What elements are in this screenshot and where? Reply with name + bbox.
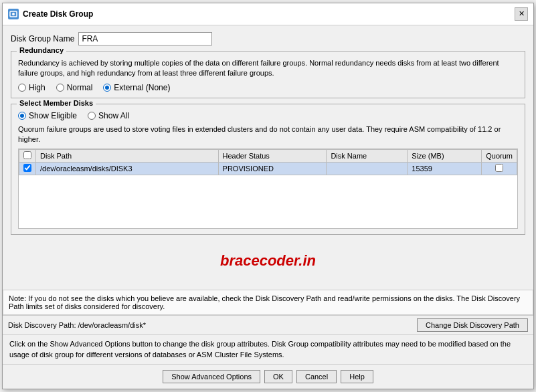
- high-label: High: [29, 83, 46, 92]
- disk-group-name-row: Disk Group Name: [11, 32, 525, 45]
- main-content: Disk Group Name Redundancy Redundancy is…: [3, 25, 533, 290]
- show-options-group: Show Eligible Show All: [18, 111, 518, 120]
- row-checkbox[interactable]: [23, 164, 31, 172]
- header-disk-name: Disk Name: [327, 150, 408, 163]
- row-checkbox-cell[interactable]: [19, 163, 36, 175]
- member-disks-title: Select Member Disks: [17, 99, 96, 107]
- normal-label: Normal: [67, 83, 93, 92]
- discovery-path-row: Disk Discovery Path: /dev/oracleasm/disk…: [3, 315, 533, 334]
- row-quorum-cell[interactable]: [482, 163, 517, 175]
- disk-group-name-input[interactable]: [78, 32, 212, 45]
- redundancy-radio-group: High Normal External (None): [18, 83, 518, 92]
- row-header-status: PROVISIONED: [218, 163, 327, 175]
- header-size-mb: Size (MB): [408, 150, 482, 163]
- redundancy-title: Redundancy: [17, 46, 66, 54]
- show-eligible-radio[interactable]: [18, 112, 26, 120]
- dialog-title: Create Disk Group: [23, 9, 93, 19]
- discovery-path-label: Disk Discovery Path: /dev/oracleasm/disk…: [8, 321, 146, 329]
- high-radio-btn[interactable]: [18, 84, 26, 92]
- row-size-mb: 15359: [408, 163, 482, 175]
- header-checkbox-col: [19, 150, 36, 163]
- ok-button[interactable]: OK: [264, 370, 292, 383]
- watermark: bracecoder.in: [11, 239, 525, 283]
- row-disk-name: [327, 163, 408, 175]
- header-quorum: Quorum: [482, 150, 517, 163]
- show-eligible-label: Show Eligible: [29, 111, 77, 120]
- title-bar: Create Disk Group ✕: [3, 3, 533, 25]
- svg-point-1: [12, 13, 15, 15]
- redundancy-description: Redundancy is achieved by storing multip…: [18, 58, 518, 79]
- create-disk-group-dialog: Create Disk Group ✕ Disk Group Name Redu…: [2, 3, 534, 389]
- redundancy-high[interactable]: High: [18, 83, 46, 92]
- title-bar-left: Create Disk Group: [8, 9, 93, 19]
- redundancy-group: Redundancy Redundancy is achieved by sto…: [11, 51, 525, 98]
- show-all-label: Show All: [98, 111, 129, 120]
- close-button[interactable]: ✕: [515, 7, 528, 21]
- show-advanced-options-button[interactable]: Show Advanced Options: [163, 370, 260, 383]
- select-all-checkbox[interactable]: [23, 151, 31, 159]
- show-eligible-option[interactable]: Show Eligible: [18, 111, 77, 120]
- row-quorum-checkbox[interactable]: [495, 164, 503, 172]
- redundancy-normal[interactable]: Normal: [56, 83, 93, 92]
- table-row[interactable]: /dev/oracleasm/disks/DISK3 PROVISIONED 1…: [19, 163, 517, 175]
- header-header-status: Header Status: [218, 150, 327, 163]
- footer-buttons: Show Advanced Options OK Cancel Help: [3, 364, 533, 389]
- footer-note: Click on the Show Advanced Options butto…: [3, 334, 533, 364]
- normal-radio-btn[interactable]: [56, 84, 64, 92]
- dialog-icon: [8, 9, 19, 19]
- disk-table: Disk Path Header Status Disk Name Size (…: [19, 149, 517, 175]
- redundancy-external[interactable]: External (None): [103, 83, 170, 92]
- footer-note-text: Click on the Show Advanced Options butto…: [9, 340, 511, 358]
- row-disk-path: /dev/oracleasm/disks/DISK3: [36, 163, 219, 175]
- show-all-option[interactable]: Show All: [88, 111, 129, 120]
- quorum-text: Quorum failure groups are used to store …: [18, 124, 518, 145]
- header-disk-path: Disk Path: [36, 150, 219, 163]
- cancel-button[interactable]: Cancel: [296, 370, 337, 383]
- show-all-radio[interactable]: [88, 112, 96, 120]
- table-header-row: Disk Path Header Status Disk Name Size (…: [19, 150, 517, 163]
- help-button[interactable]: Help: [341, 370, 373, 383]
- external-label: External (None): [114, 83, 170, 92]
- member-disks-section: Select Member Disks Show Eligible Show A…: [11, 104, 525, 235]
- disk-table-container[interactable]: Disk Path Header Status Disk Name Size (…: [18, 149, 518, 229]
- note-section: Note: If you do not see the disks which …: [3, 290, 533, 315]
- external-radio-btn[interactable]: [103, 84, 111, 92]
- note-text: Note: If you do not see the disks which …: [9, 294, 520, 310]
- change-discovery-path-button[interactable]: Change Disk Discovery Path: [417, 318, 528, 332]
- disk-group-name-label: Disk Group Name: [11, 34, 74, 43]
